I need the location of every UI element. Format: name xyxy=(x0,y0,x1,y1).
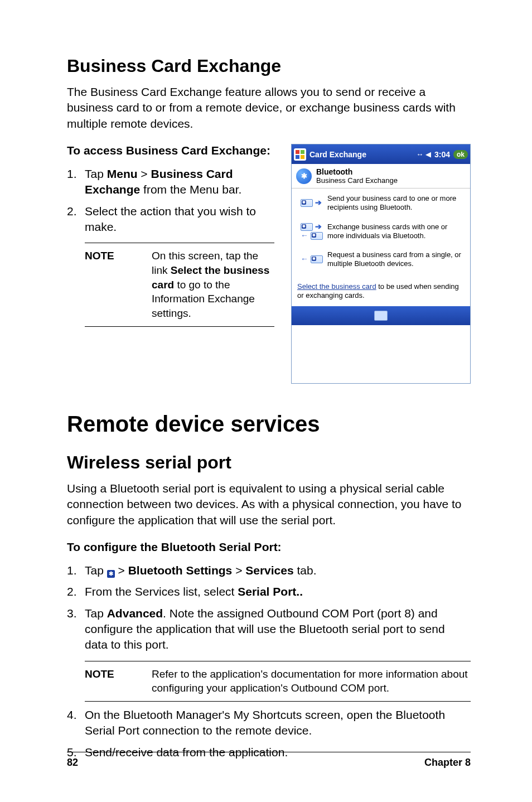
item-text: Send your business card to one or more r… xyxy=(327,194,465,212)
item-send[interactable]: ✱ ➔ Send your business card to one or mo… xyxy=(297,194,465,212)
screen-header: ✱ Bluetooth Business Card Exchange xyxy=(292,164,470,189)
list-item: 3. Tap Advanced. Note the assigned Outbo… xyxy=(67,606,471,653)
signal-icon: ↔ ◀ xyxy=(416,150,431,158)
menu-label: Bluetooth Settings xyxy=(128,564,233,577)
send-card-icon: ✱ ➔ xyxy=(297,195,327,211)
svg-rect-0 xyxy=(296,150,299,154)
menu-label: Advanced xyxy=(107,607,163,620)
step-text: Tap Advanced. Note the assigned Outbound… xyxy=(85,606,471,653)
link-row: Select the business card to be used when… xyxy=(292,279,470,307)
heading-bce-access: To access Business Card Exchange: xyxy=(67,144,280,157)
text-fragment: from the Menu bar. xyxy=(140,183,241,196)
note-label: NOTE xyxy=(85,667,152,695)
item-exchange[interactable]: ✱ ➔ ← ✱ Exchange business cards with one… xyxy=(297,223,465,241)
note-label: NOTE xyxy=(85,249,152,320)
heading-business-card-exchange: Business Card Exchange xyxy=(67,56,471,76)
request-card-icon: ← ✱ xyxy=(297,251,327,268)
list-item: 1. Tap Menu > Business Card Exchange fro… xyxy=(67,166,280,198)
header-subtitle: Business Card Exchange xyxy=(316,176,398,185)
bce-left-column: To access Business Card Exchange: 1. Tap… xyxy=(67,144,291,384)
paragraph-bce-intro: The Business Card Exchange feature allow… xyxy=(67,84,471,132)
keyboard-icon[interactable] xyxy=(374,311,388,321)
step-number: 1. xyxy=(67,166,85,198)
action-items: ✱ ➔ Send your business card to one or mo… xyxy=(292,189,470,269)
header-text: Bluetooth Business Card Exchange xyxy=(316,167,398,185)
step-number: 3. xyxy=(67,606,85,653)
bce-steps-list: 1. Tap Menu > Business Card Exchange fro… xyxy=(67,166,280,235)
note-box: NOTE Refer to the application's document… xyxy=(85,661,471,702)
note-box: NOTE On this screen, tap the link Select… xyxy=(85,243,274,326)
step-text: From the Services list, select Serial Po… xyxy=(85,584,303,600)
item-request[interactable]: ← ✱ Request a business card from a singl… xyxy=(297,250,465,269)
menu-label: Serial Port.. xyxy=(238,585,303,598)
item-text: Exchange business cards with one or more… xyxy=(327,223,465,241)
list-item: 2. Select the action that you wish to ma… xyxy=(67,204,280,235)
heading-wsp-configure: To configure the Bluetooth Serial Port: xyxy=(67,540,471,554)
exchange-card-icon: ✱ ➔ ← ✱ xyxy=(297,223,327,240)
window-titlebar: Card Exchange ↔ ◀ 3:04 ok xyxy=(292,144,470,164)
bottom-bar xyxy=(292,306,470,325)
text-fragment: > xyxy=(232,564,245,577)
clock-time: 3:04 xyxy=(434,150,450,159)
step-text: Tap ✱ > Bluetooth Settings > Services ta… xyxy=(85,563,317,578)
start-flag-icon[interactable] xyxy=(294,148,306,161)
svg-rect-2 xyxy=(296,155,299,159)
step-number: 1. xyxy=(67,563,85,578)
step-number: 2. xyxy=(67,584,85,600)
list-item: 1. Tap ✱ > Bluetooth Settings > Services… xyxy=(67,563,471,578)
document-page: Business Card Exchange The Business Card… xyxy=(0,0,532,802)
text-fragment: > xyxy=(115,564,128,577)
bluetooth-icon: ✱ xyxy=(296,168,312,184)
text-fragment: tab. xyxy=(294,564,317,577)
svg-rect-3 xyxy=(301,155,304,159)
wsp-steps-list: 1. Tap ✱ > Bluetooth Settings > Services… xyxy=(67,563,471,653)
page-number: 82 xyxy=(67,757,78,769)
window-title: Card Exchange xyxy=(309,150,413,159)
page-footer: 82 Chapter 8 xyxy=(67,752,471,769)
step-text: On the Bluetooth Manager's My Shortcuts … xyxy=(85,707,471,739)
item-text: Request a business card from a single, o… xyxy=(327,250,465,269)
text-fragment: Tap xyxy=(85,167,107,180)
heading-remote-device-services: Remote device services xyxy=(67,412,471,437)
step-text: Tap Menu > Business Card Exchange from t… xyxy=(85,166,280,198)
menu-label: Menu xyxy=(107,167,138,180)
text-fragment: > xyxy=(138,167,151,180)
select-business-card-link[interactable]: Select the business card xyxy=(297,282,376,291)
text-fragment: Tap xyxy=(85,607,107,620)
step-number: 2. xyxy=(67,204,85,235)
note-text: On this screen, tap the link Select the … xyxy=(152,249,274,320)
step-text: Select the action that you wish to make. xyxy=(85,204,280,235)
paragraph-wsp-intro: Using a Bluetooth serial port is equival… xyxy=(67,481,471,528)
screenshot-card-exchange: Card Exchange ↔ ◀ 3:04 ok ✱ Bluetooth Bu… xyxy=(291,144,471,384)
svg-rect-1 xyxy=(301,150,304,154)
text-fragment: Tap xyxy=(85,564,107,577)
bluetooth-inline-icon: ✱ xyxy=(107,570,115,578)
text-fragment: From the Services list, select xyxy=(85,585,238,598)
list-item: 4. On the Bluetooth Manager's My Shortcu… xyxy=(67,707,471,739)
step-number: 4. xyxy=(67,707,85,739)
note-text: Refer to the application's documentation… xyxy=(152,667,471,695)
chapter-label: Chapter 8 xyxy=(424,757,471,769)
list-item: 2. From the Services list, select Serial… xyxy=(67,584,471,600)
heading-wireless-serial-port: Wireless serial port xyxy=(67,452,471,473)
menu-label: Services xyxy=(245,564,293,577)
header-title: Bluetooth xyxy=(316,167,398,176)
ok-button[interactable]: ok xyxy=(453,150,468,159)
bce-row: To access Business Card Exchange: 1. Tap… xyxy=(67,144,471,384)
